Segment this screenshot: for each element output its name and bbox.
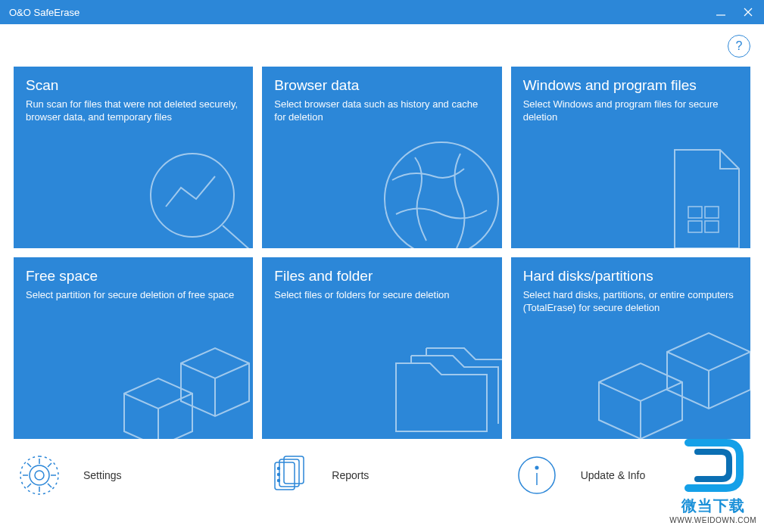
- help-row: ?: [0, 24, 764, 58]
- gear-icon: [18, 454, 61, 496]
- svg-point-11: [35, 471, 44, 480]
- info-icon: [516, 454, 558, 496]
- svg-rect-13: [279, 459, 299, 487]
- nav-label: Reports: [332, 469, 369, 481]
- globe-icon: [358, 127, 502, 248]
- card-desc: Select browser data such as history and …: [274, 98, 489, 124]
- card-windows-files[interactable]: Windows and program files Select Windows…: [511, 67, 750, 248]
- nav-label: Update & Info: [581, 469, 646, 481]
- card-hard-disks[interactable]: Hard disks/partitions Select hard disks,…: [511, 257, 750, 439]
- svg-rect-7: [705, 207, 719, 218]
- svg-rect-9: [705, 221, 719, 232]
- nav-update-info[interactable]: Update & Info: [511, 451, 750, 499]
- svg-point-16: [278, 474, 280, 476]
- boxes-icon: [101, 318, 253, 439]
- card-title: Files and folder: [274, 268, 489, 285]
- svg-point-17: [278, 480, 280, 482]
- close-button[interactable]: [741, 5, 755, 19]
- svg-rect-8: [688, 221, 702, 232]
- help-icon: ?: [736, 39, 743, 53]
- svg-point-15: [278, 468, 280, 470]
- svg-point-19: [535, 466, 538, 469]
- card-browser-data[interactable]: Browser data Select browser data such as…: [262, 67, 501, 248]
- app-title: O&O SafeErase: [9, 7, 714, 18]
- card-title: Browser data: [274, 77, 489, 94]
- minimize-icon: [716, 7, 726, 17]
- help-button[interactable]: ?: [728, 35, 750, 58]
- magnifier-icon: [124, 142, 253, 248]
- bottom-nav: Settings Reports Update & Info: [0, 446, 764, 507]
- minimize-button[interactable]: [714, 5, 728, 19]
- card-scan[interactable]: Scan Run scan for files that were not de…: [14, 67, 253, 248]
- card-grid: Scan Run scan for files that were not de…: [0, 58, 764, 446]
- svg-rect-12: [275, 462, 295, 490]
- card-title: Scan: [26, 77, 241, 94]
- svg-point-5: [385, 142, 498, 248]
- card-desc: Select files or folders for secure delet…: [274, 289, 489, 302]
- file-window-icon: [652, 135, 750, 248]
- card-free-space[interactable]: Free space Select partition for secure d…: [14, 257, 253, 439]
- watermark-line2: WWW.WEIDOWN.COM: [669, 516, 756, 524]
- close-icon: [743, 7, 753, 17]
- card-desc: Run scan for files that were not deleted…: [26, 98, 241, 124]
- folder-icon: [358, 318, 502, 439]
- window-controls: [714, 5, 755, 19]
- card-desc: Select partition for secure deletion of …: [26, 289, 241, 302]
- nav-label: Settings: [83, 469, 122, 481]
- card-files-folder[interactable]: Files and folder Select files or folders…: [262, 257, 501, 439]
- card-title: Hard disks/partitions: [523, 268, 738, 285]
- nav-settings[interactable]: Settings: [14, 451, 253, 499]
- svg-line-4: [223, 226, 253, 248]
- card-desc: Select Windows and program files for sec…: [523, 98, 738, 124]
- svg-point-10: [30, 465, 49, 485]
- nav-reports[interactable]: Reports: [262, 451, 501, 499]
- disks-icon: [584, 310, 750, 439]
- svg-rect-6: [688, 207, 702, 218]
- card-title: Free space: [26, 268, 241, 285]
- reports-icon: [267, 454, 309, 496]
- titlebar: O&O SafeErase: [0, 0, 764, 24]
- card-title: Windows and program files: [523, 77, 738, 94]
- svg-rect-14: [284, 456, 304, 484]
